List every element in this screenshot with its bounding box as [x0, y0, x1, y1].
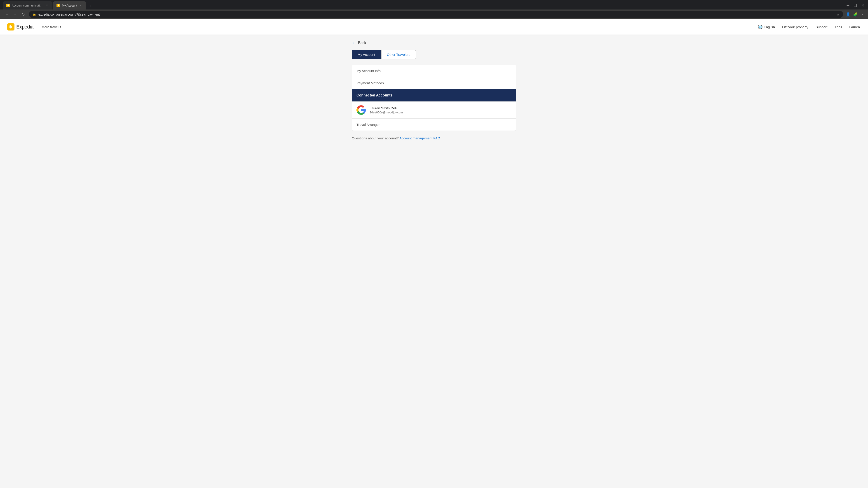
language-label: English [764, 25, 775, 29]
user-menu[interactable]: Lauren [848, 23, 861, 31]
my-account-info-label: My Account Info [356, 69, 381, 73]
payment-methods-label: Payment Methods [356, 81, 384, 85]
account-tab-buttons: My Account Other Travelers [352, 50, 516, 59]
tab-close-1[interactable]: × [45, 3, 49, 8]
tab-close-2[interactable]: × [79, 3, 83, 8]
tab-label-2: My Account [62, 4, 77, 7]
payment-methods-row[interactable]: Payment Methods [352, 77, 516, 89]
list-property-label: List your property [782, 25, 808, 29]
google-icon [356, 105, 366, 115]
back-link[interactable]: ← Back [352, 40, 516, 45]
window-controls: ─ ❐ ✕ [846, 2, 865, 8]
menu-icon[interactable]: ⋮ [860, 12, 864, 17]
account-panel: My Account Info Payment Methods Connecte… [352, 65, 516, 131]
faq-question-text: Questions about your account? [352, 136, 399, 140]
user-label: Lauren [849, 25, 860, 29]
address-bar: ← → ↻ 🔒 expedia.com/user/account/?&selc=… [0, 9, 868, 19]
nav-buttons: ← → ↻ [4, 11, 26, 18]
title-bar: E Account communications × E My Account … [0, 0, 868, 9]
my-account-tab[interactable]: My Account [352, 50, 381, 59]
chevron-down-icon: ▾ [60, 25, 61, 29]
url-bar[interactable]: 🔒 expedia.com/user/account/?&selc=paymen… [29, 11, 843, 18]
header-left: Expedia More travel ▾ [7, 23, 64, 31]
back-nav-button[interactable]: ← [4, 11, 10, 18]
trips-label: Trips [835, 25, 842, 29]
tab-bar: E Account communications × E My Account … [3, 1, 842, 9]
page-content: Expedia More travel ▾ 🌐 English List you… [0, 19, 868, 487]
connected-accounts-header: Connected Accounts [352, 89, 516, 102]
tab-account-communications[interactable]: E Account communications × [3, 1, 53, 9]
support-link[interactable]: Support [815, 23, 829, 31]
language-selector[interactable]: 🌐 English [757, 23, 776, 31]
logo-text: Expedia [16, 24, 33, 30]
back-label: Back [358, 41, 366, 45]
faq-paragraph: Questions about your account? Account ma… [352, 136, 516, 140]
main-container: ← Back My Account Other Travelers My Acc… [348, 35, 520, 145]
header-right: 🌐 English List your property Support Tri… [757, 23, 861, 31]
url-icons: ☆ [836, 12, 839, 17]
tab-favicon-2: E [57, 4, 60, 7]
faq-link[interactable]: Account management FAQ [399, 136, 440, 140]
reload-button[interactable]: ↻ [20, 11, 26, 18]
travel-arranger-row[interactable]: Travel Arranger [352, 119, 516, 131]
list-property-link[interactable]: List your property [781, 23, 809, 31]
other-travelers-tab[interactable]: Other Travelers [381, 50, 416, 59]
trips-link[interactable]: Trips [834, 23, 843, 31]
tab-my-account[interactable]: E My Account × [53, 1, 86, 9]
browser-chrome: E Account communications × E My Account … [0, 0, 868, 19]
support-label: Support [815, 25, 828, 29]
connected-account-email: 24ee050e@moodjoy.com [370, 111, 403, 114]
close-button[interactable]: ✕ [861, 2, 865, 8]
security-icon: 🔒 [33, 13, 36, 16]
more-travel-label: More travel [41, 25, 59, 29]
minimize-button[interactable]: ─ [846, 2, 850, 8]
site-header: Expedia More travel ▾ 🌐 English List you… [0, 19, 868, 35]
more-travel-button[interactable]: More travel ▾ [39, 23, 64, 31]
connected-accounts-label: Connected Accounts [356, 93, 393, 97]
new-tab-button[interactable]: + [87, 3, 94, 9]
connected-account-info: Lauren Smith Deli 24ee050e@moodjoy.com [370, 106, 403, 114]
tab-favicon-1: E [6, 4, 10, 7]
back-arrow-icon: ← [352, 40, 356, 45]
profile-icon[interactable]: 👤 [846, 12, 850, 17]
connected-account-name: Lauren Smith Deli [370, 106, 403, 110]
url-text: expedia.com/user/account/?&selc=payment [38, 13, 834, 16]
toolbar-right: 👤 🧩 ⋮ [846, 12, 864, 17]
connected-account-row[interactable]: Lauren Smith Deli 24ee050e@moodjoy.com [352, 102, 516, 119]
logo-icon [7, 23, 14, 31]
forward-nav-button[interactable]: → [12, 11, 18, 18]
bookmark-icon[interactable]: ☆ [836, 12, 839, 17]
tab-label-1: Account communications [12, 4, 43, 7]
globe-icon: 🌐 [758, 25, 763, 29]
maximize-button[interactable]: ❐ [853, 2, 858, 8]
my-account-info-row[interactable]: My Account Info [352, 65, 516, 77]
expedia-logo[interactable]: Expedia [7, 23, 33, 31]
travel-arranger-label: Travel Arranger [356, 123, 380, 127]
extensions-icon[interactable]: 🧩 [853, 12, 858, 17]
